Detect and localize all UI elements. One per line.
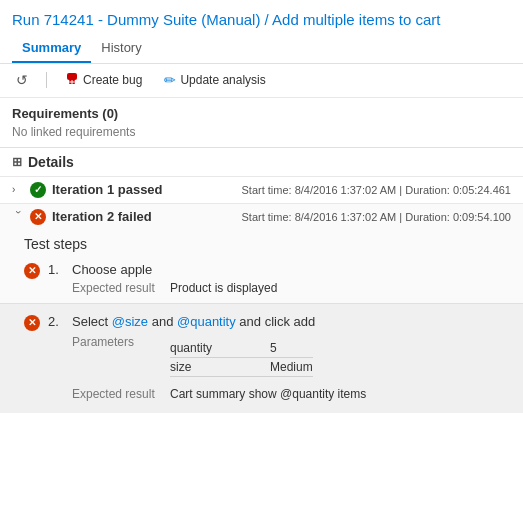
step-2-action-pre: Select [72,314,112,329]
bug-icon [65,72,79,89]
step-1-expected-value: Product is displayed [170,281,277,295]
pencil-icon: ✏ [164,72,176,88]
step-1-content: Choose apple Expected result Product is … [72,262,511,295]
step-2-param2: @quantity [177,314,236,329]
refresh-button[interactable]: ↺ [12,70,32,90]
requirements-section: Requirements (0) No linked requirements [0,98,523,147]
iteration-1-meta: Start time: 8/4/2016 1:37:02 AM | Durati… [242,184,511,196]
param-quantity-val: 5 [270,341,277,355]
step-2-row: ✕ 2. Select @size and @quantity and clic… [24,310,511,405]
step-1-action: Choose apple [72,262,511,277]
param-quantity-key: quantity [170,341,270,355]
requirements-title: Requirements (0) [12,106,511,121]
step-2-content: Select @size and @quantity and click add… [72,314,511,401]
step-2-action: Select @size and @quantity and click add [72,314,511,329]
iteration-1-label: Iteration 1 passed [52,182,163,197]
iteration-2-label: Iteration 2 failed [52,209,152,224]
refresh-icon: ↺ [16,72,28,88]
iteration-1-row[interactable]: › ✓ Iteration 1 passed Start time: 8/4/2… [0,176,523,203]
iteration-2-row[interactable]: › ✕ Iteration 2 failed Start time: 8/4/2… [0,203,523,230]
step-2-num: 2. [48,314,64,329]
test-steps-title: Test steps [24,236,511,252]
iteration-2-chevron[interactable]: › [13,211,24,223]
iteration-1-status-icon: ✓ [30,182,46,198]
toolbar: ↺ Create bug ✏ Update analysis [0,64,523,98]
page-title: Run 714241 - Dummy Suite (Manual) / Add … [12,10,511,30]
test-steps-section: Test steps ✕ 1. Choose apple Expected re… [0,230,523,303]
tabs-bar: Summary History [12,36,511,63]
toolbar-divider [46,72,47,88]
create-bug-label: Create bug [83,73,142,87]
step-1-num: 1. [48,262,64,277]
step-2-expected-value: Cart summary show @quantity items [170,387,366,401]
step-2-param1: @size [112,314,148,329]
step-2-status-icon: ✕ [24,315,40,331]
iteration-1-chevron[interactable]: › [12,184,24,195]
svg-rect-0 [67,73,77,80]
update-analysis-button[interactable]: ✏ Update analysis [160,70,269,90]
step-2-expected-label: Expected result [72,387,162,401]
page-header: Run 714241 - Dummy Suite (Manual) / Add … [0,0,523,64]
iteration-2-meta: Start time: 8/4/2016 1:37:02 AM | Durati… [242,211,511,223]
no-linked-text: No linked requirements [12,125,511,139]
step-2-action-post: and click add [236,314,316,329]
create-bug-button[interactable]: Create bug [61,70,146,91]
params-table: quantity 5 size Medium [170,339,313,377]
step-1-row: ✕ 1. Choose apple Expected result Produc… [24,258,511,299]
params-label: Parameters [72,335,162,349]
step-2-action-mid: and [148,314,177,329]
tab-history[interactable]: History [91,36,151,63]
step-1-status-icon: ✕ [24,263,40,279]
step-1-expected-row: Expected result Product is displayed [72,281,511,295]
update-analysis-label: Update analysis [180,73,265,87]
step-1-expected-label: Expected result [72,281,162,295]
param-size-val: Medium [270,360,313,374]
iteration-2-status-icon: ✕ [30,209,46,225]
param-size-row: size Medium [170,358,313,377]
step-2-section: ✕ 2. Select @size and @quantity and clic… [0,303,523,413]
tab-summary[interactable]: Summary [12,36,91,63]
param-quantity-row: quantity 5 [170,339,313,358]
step-2-params-container: Parameters quantity 5 size Medium [72,335,511,381]
details-title: Details [28,154,74,170]
step-2-expected-row: Expected result Cart summary show @quant… [72,387,511,401]
details-expand-icon[interactable]: ⊞ [12,155,22,169]
details-header: ⊞ Details [0,148,523,176]
param-size-key: size [170,360,270,374]
